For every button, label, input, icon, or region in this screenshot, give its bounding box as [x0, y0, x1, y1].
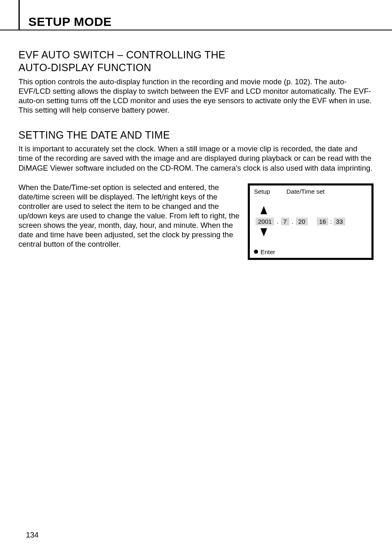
- section-heading-datetime: SETTING THE DATE AND TIME: [18, 129, 374, 141]
- lcd-enter-label: Enter: [261, 248, 275, 255]
- page-number: 134: [26, 531, 39, 540]
- lcd-hour: 16: [317, 218, 329, 225]
- lcd-title: Date/Time set: [286, 188, 325, 195]
- lcd-setup-label: Setup: [254, 188, 270, 195]
- page-header-title: SETUP MODE: [28, 15, 374, 29]
- section1-paragraph: This option controls the auto-display fu…: [18, 77, 374, 115]
- header-horizontal-rule: [0, 30, 392, 30]
- section2-paragraph1: It is important to accurately set the cl…: [18, 144, 374, 172]
- lcd-datetime-row: 2001 . 7 . 20 16 : 33: [250, 218, 371, 225]
- lcd-colon: :: [330, 218, 332, 225]
- heading-line1: EVF AUTO SWITCH – CONTROLLING THE: [18, 49, 226, 60]
- lcd-footer: Enter: [254, 248, 275, 255]
- header-vertical-rule: [18, 0, 20, 30]
- lcd-dot1: .: [277, 218, 278, 225]
- lcd-header: Setup Date/Time set: [250, 185, 371, 195]
- arrow-down-icon: [261, 228, 267, 236]
- lcd-year: 2001: [256, 218, 274, 225]
- lcd-minute: 33: [334, 218, 346, 225]
- lcd-month: 7: [281, 218, 289, 225]
- bullet-icon: [254, 250, 258, 254]
- lcd-dot2: .: [292, 218, 293, 225]
- lcd-day: 20: [296, 218, 308, 225]
- lcd-screen-figure: Setup Date/Time set 2001 . 7 . 20 16 :: [248, 183, 374, 260]
- section-heading-evf: EVF AUTO SWITCH – CONTROLLING THE AUTO-D…: [18, 49, 374, 74]
- arrow-up-icon: [261, 206, 267, 214]
- heading-line2: AUTO-DISPLAY FUNCTION: [18, 62, 151, 73]
